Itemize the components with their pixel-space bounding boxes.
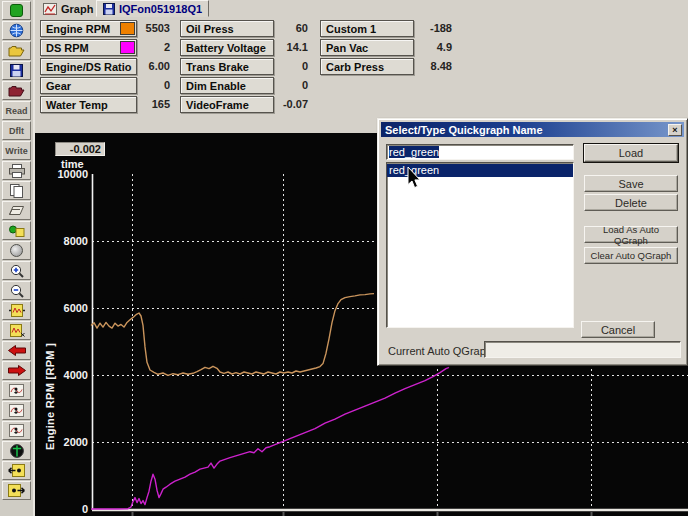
- marker-c-button[interactable]: [2, 421, 31, 440]
- gray-sphere-icon: [10, 244, 23, 257]
- input-selected-text: red_green: [389, 146, 439, 158]
- zoom-out-button[interactable]: [2, 281, 31, 300]
- param-label-engine-rpm[interactable]: Engine RPM: [40, 20, 137, 37]
- param-label-text: Gear: [46, 80, 71, 92]
- param-label-text: Trans Brake: [186, 61, 249, 73]
- param-value: 5503: [130, 20, 170, 37]
- param-label-dim-enable[interactable]: Dim Enable: [180, 77, 274, 94]
- runlog-button[interactable]: [2, 221, 31, 240]
- eraser-icon: [9, 205, 24, 216]
- cancel-button[interactable]: Cancel: [581, 321, 655, 338]
- param-label-water-temp[interactable]: Water Temp: [40, 96, 137, 113]
- erase-button[interactable]: [2, 201, 31, 220]
- tab-graph[interactable]: Graph: [37, 1, 99, 17]
- y-tick-label: 0: [39, 503, 88, 516]
- arrow-right-icon: [8, 365, 26, 376]
- wave-x-icon: [9, 324, 25, 337]
- globe-icon: [9, 23, 24, 38]
- marker-b-button[interactable]: [2, 401, 31, 420]
- y-tick-label: 8000: [39, 235, 88, 248]
- save-floppy-icon: [10, 64, 23, 77]
- param-label-trans-brake[interactable]: Trans Brake: [180, 58, 274, 75]
- scroll-right-button[interactable]: [2, 361, 31, 380]
- tab-run-file[interactable]: IQFon051918Q1: [96, 0, 209, 17]
- y-tick-label: 2000: [39, 436, 88, 449]
- arrow-left-icon: [8, 345, 26, 356]
- current-auto-qgraph-input[interactable]: [484, 341, 681, 358]
- read-button[interactable]: Read: [2, 101, 31, 120]
- green-dot-icon: [10, 4, 23, 17]
- wave-pan-icon: [9, 304, 25, 317]
- param-label-text: Battery Voltage: [186, 42, 266, 54]
- y-tick-label: 6000: [39, 302, 88, 315]
- time-cursor-readout: -0.002: [55, 142, 105, 156]
- copy-button[interactable]: [2, 181, 31, 200]
- tab-graph-label: Graph: [61, 3, 93, 15]
- open-config-button[interactable]: [2, 81, 31, 100]
- green-sphere-icon: [10, 444, 24, 458]
- param-label-engine-ds-ratio[interactable]: Engine/DS Ratio: [40, 58, 137, 75]
- open-file-button[interactable]: [2, 41, 31, 60]
- param-label-battery-voltage[interactable]: Battery Voltage: [180, 39, 274, 56]
- param-value: 2: [130, 39, 170, 56]
- wave-marker-icon: [9, 384, 24, 397]
- save-button[interactable]: Save: [584, 175, 678, 192]
- param-label-custom-1[interactable]: Custom 1: [320, 20, 414, 37]
- zoom-in-button[interactable]: [2, 261, 31, 280]
- wave-shift-left-icon: [8, 464, 25, 477]
- scale-x-button[interactable]: [2, 321, 31, 340]
- write-button[interactable]: Write: [2, 141, 31, 160]
- marker-a-button[interactable]: [2, 381, 31, 400]
- trace-ds-rpm: [91, 367, 449, 509]
- param-label-text: DS RPM: [46, 42, 89, 54]
- quickgraph-name-input[interactable]: red_green: [386, 144, 574, 160]
- param-label-text: Engine RPM: [46, 23, 110, 35]
- param-value: 0: [262, 58, 308, 75]
- clear-auto-qgraph-button[interactable]: Clear Auto QGraph: [584, 247, 678, 264]
- param-value: 6.00: [130, 58, 170, 75]
- close-icon[interactable]: ×: [668, 124, 682, 136]
- load-button[interactable]: Load: [584, 144, 678, 162]
- connect-button[interactable]: [2, 1, 31, 20]
- param-label-text: Custom 1: [326, 23, 376, 35]
- tab-run-file-label: IQFon051918Q1: [119, 3, 202, 15]
- dialog-title: Select/Type Quickgraph Name: [385, 124, 543, 136]
- printer-icon: [9, 164, 25, 178]
- zoom-in-icon: [10, 264, 24, 278]
- app-window: ReadDfltWrite Graph IQFon051918Q1 Engine…: [0, 0, 688, 516]
- log-note-icon: [9, 224, 25, 237]
- autoscale-button[interactable]: [2, 301, 31, 320]
- toolbar: ReadDfltWrite: [0, 0, 35, 516]
- param-value: 8.48: [402, 58, 452, 75]
- load-as-auto-qgraph-button[interactable]: Load As Auto QGraph: [584, 226, 678, 243]
- param-value: 4.9: [402, 39, 452, 56]
- param-label-videoframe[interactable]: VideoFrame: [180, 96, 274, 113]
- param-label-carb-press[interactable]: Carb Press: [320, 58, 414, 75]
- param-label-text: Engine/DS Ratio: [46, 61, 132, 73]
- param-label-gear[interactable]: Gear: [40, 77, 137, 94]
- sphere-button[interactable]: [2, 241, 31, 260]
- dflt-button[interactable]: Dflt: [2, 121, 31, 140]
- scroll-left-button[interactable]: [2, 341, 31, 360]
- param-label-pan-vac[interactable]: Pan Vac: [320, 39, 414, 56]
- open-folder-icon: [8, 45, 25, 57]
- quickgraph-dialog: Select/Type Quickgraph Name × red_green …: [377, 118, 688, 366]
- wave-shift-right-icon: [8, 484, 25, 497]
- delete-button[interactable]: Delete: [584, 194, 678, 211]
- y-axis-title: Engine RPM [RPM ]: [44, 343, 56, 450]
- param-value: 165: [130, 96, 170, 113]
- globe-green-button[interactable]: [2, 441, 31, 460]
- param-value: 0: [130, 77, 170, 94]
- shift-left-button[interactable]: [2, 461, 31, 480]
- dialog-titlebar[interactable]: Select/Type Quickgraph Name: [381, 122, 684, 137]
- web-button[interactable]: [2, 21, 31, 40]
- y-tick-label: 4000: [39, 369, 88, 382]
- shift-right-button[interactable]: [2, 481, 31, 500]
- save-file-button[interactable]: [2, 61, 31, 80]
- print-button[interactable]: [2, 161, 31, 180]
- param-label-oil-press[interactable]: Oil Press: [180, 20, 274, 37]
- copy-pages-icon: [10, 184, 23, 198]
- param-label-ds-rpm[interactable]: DS RPM: [40, 39, 137, 56]
- param-label-text: Dim Enable: [186, 80, 246, 92]
- param-value: 60: [262, 20, 308, 37]
